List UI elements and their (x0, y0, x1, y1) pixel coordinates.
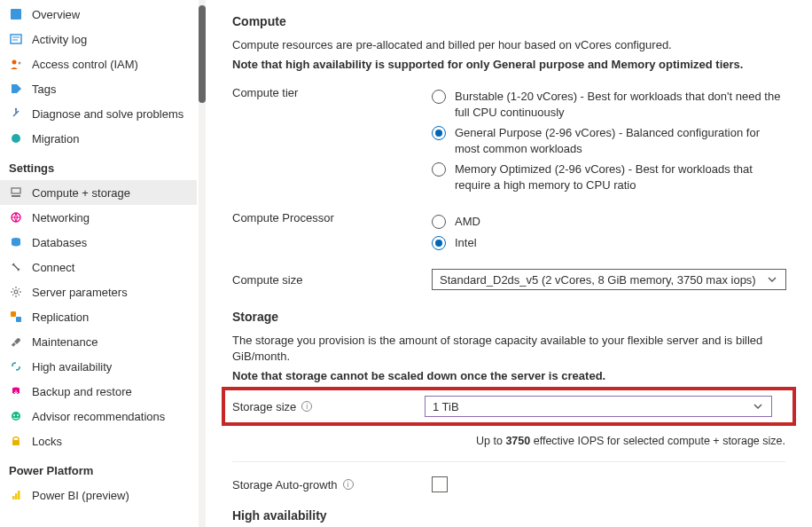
sidebar-power-header: Power Platform (0, 453, 197, 483)
sidebar-top-group: Overview Activity log Access control (IA… (0, 2, 197, 151)
proc-option-intel[interactable]: Intel (432, 232, 785, 254)
compute-heading: Compute (232, 14, 785, 28)
databases-icon (9, 235, 23, 249)
server-parameters-icon (9, 285, 23, 299)
sidebar-item-activity-log[interactable]: Activity log (0, 27, 197, 51)
svg-point-19 (13, 414, 15, 416)
svg-point-5 (19, 62, 21, 65)
compute-size-label: Compute size (232, 269, 432, 290)
compute-tier-options: Burstable (1-20 vCores) - Best for workl… (432, 86, 785, 195)
sidebar-item-label: Migration (32, 132, 79, 146)
sidebar-item-backup-restore[interactable]: Backup and restore (0, 379, 197, 404)
sidebar-item-label: High availability (32, 360, 112, 374)
sidebar-item-networking[interactable]: Networking (0, 205, 197, 230)
radio-label: Memory Optimized (2-96 vCores) - Best fo… (455, 161, 785, 193)
divider (232, 461, 785, 462)
access-control-icon (9, 57, 23, 71)
networking-icon (9, 210, 23, 224)
svg-rect-1 (11, 35, 21, 43)
compute-storage-icon (9, 185, 23, 200)
auto-growth-label: Storage Auto-growth (232, 478, 338, 492)
storage-size-highlight: Storage size i 1 TiB (222, 387, 796, 426)
radio-icon (432, 90, 446, 104)
tier-option-general-purpose[interactable]: General Purpose (2-96 vCores) - Balanced… (432, 122, 785, 159)
sidebar-item-label: Advisor recommendations (32, 410, 165, 423)
info-icon[interactable]: i (301, 401, 312, 412)
svg-point-4 (12, 60, 17, 65)
compute-size-value: Standard_D2ds_v5 (2 vCores, 8 GiB memory… (440, 273, 756, 287)
sidebar-item-label: Overview (32, 8, 80, 21)
svg-rect-8 (12, 188, 20, 193)
ha-heading: High availability (232, 508, 785, 523)
backup-restore-icon (9, 384, 23, 398)
sidebar-item-connect[interactable]: Connect (0, 255, 197, 279)
svg-rect-9 (12, 195, 20, 197)
radio-icon (432, 126, 446, 140)
sidebar-item-replication[interactable]: Replication (0, 304, 197, 329)
connect-icon (9, 260, 23, 274)
sidebar-item-overview[interactable]: Overview (0, 2, 197, 27)
compute-proc-options: AMD Intel (432, 211, 785, 253)
advisor-icon (9, 409, 23, 423)
auto-growth-checkbox[interactable] (432, 476, 448, 492)
proc-option-amd[interactable]: AMD (432, 211, 785, 232)
locks-icon (9, 434, 23, 448)
sidebar-item-advisor[interactable]: Advisor recommendations (0, 404, 197, 429)
sidebar-item-diagnose[interactable]: Diagnose and solve problems (0, 101, 197, 126)
sidebar-item-compute-storage[interactable]: Compute + storage (0, 180, 197, 205)
sidebar-item-tags[interactable]: Tags (0, 76, 197, 101)
sidebar-item-locks[interactable]: Locks (0, 429, 197, 453)
sidebar-item-maintenance[interactable]: Maintenance (0, 329, 197, 354)
sidebar-item-label: Backup and restore (32, 385, 132, 398)
svg-rect-14 (11, 311, 16, 317)
radio-label: AMD (455, 214, 480, 230)
sidebar-item-databases[interactable]: Databases (0, 230, 197, 255)
info-icon[interactable]: i (343, 479, 354, 490)
scrollbar-thumb[interactable] (199, 5, 206, 103)
storage-heading: Storage (232, 310, 785, 324)
sidebar-item-label: Replication (32, 311, 89, 324)
tier-option-burstable[interactable]: Burstable (1-20 vCores) - Best for workl… (432, 86, 785, 122)
compute-tier-label: Compute tier (232, 86, 432, 99)
radio-icon (432, 236, 446, 250)
tags-icon (9, 82, 23, 96)
storage-size-label: Storage size (232, 400, 296, 413)
storage-note: Note that storage cannot be scaled down … (232, 368, 785, 384)
sidebar-item-label: Power BI (preview) (32, 489, 129, 502)
sidebar-item-label: Databases (32, 236, 87, 249)
sidebar-item-label: Networking (32, 211, 90, 224)
sidebar-item-label: Maintenance (32, 335, 98, 349)
sidebar-scrollbar[interactable] (199, 0, 206, 527)
sidebar-item-access-control[interactable]: Access control (IAM) (0, 51, 197, 76)
svg-rect-24 (18, 491, 20, 499)
storage-size-select[interactable]: 1 TiB (425, 396, 772, 417)
tier-option-memory-optimized[interactable]: Memory Optimized (2-96 vCores) - Best fo… (432, 159, 785, 195)
sidebar-item-migration[interactable]: Migration (0, 126, 197, 151)
sidebar-item-server-parameters[interactable]: Server parameters (0, 279, 197, 304)
sidebar-item-high-availability[interactable]: High availability (0, 354, 197, 379)
high-availability-icon (9, 359, 23, 374)
compute-proc-label: Compute Processor (232, 211, 432, 224)
sidebar-item-label: Server parameters (32, 286, 128, 299)
overview-icon (9, 7, 23, 21)
radio-label: General Purpose (2-96 vCores) - Balanced… (455, 125, 785, 156)
svg-point-13 (14, 290, 18, 294)
sidebar-item-label: Compute + storage (32, 186, 130, 200)
sidebar-item-label: Diagnose and solve problems (32, 107, 183, 121)
storage-desc: The storage you provision is the amount … (232, 333, 785, 364)
svg-rect-22 (12, 496, 15, 499)
svg-point-6 (15, 108, 17, 110)
iops-note: Up to 3750 effective IOPS for selected c… (232, 429, 785, 452)
replication-icon (9, 310, 23, 324)
chevron-down-icon (752, 400, 764, 413)
sidebar-item-power-bi[interactable]: Power BI (preview) (0, 483, 197, 507)
radio-label: Intel (455, 235, 477, 251)
sidebar: Overview Activity log Access control (IA… (0, 0, 197, 527)
compute-size-select[interactable]: Standard_D2ds_v5 (2 vCores, 8 GiB memory… (432, 269, 786, 290)
svg-point-20 (17, 414, 19, 416)
activity-log-icon (9, 32, 23, 46)
diagnose-icon (9, 106, 23, 121)
radio-icon (432, 162, 446, 177)
powerbi-icon (9, 488, 23, 502)
maintenance-icon (9, 334, 23, 349)
